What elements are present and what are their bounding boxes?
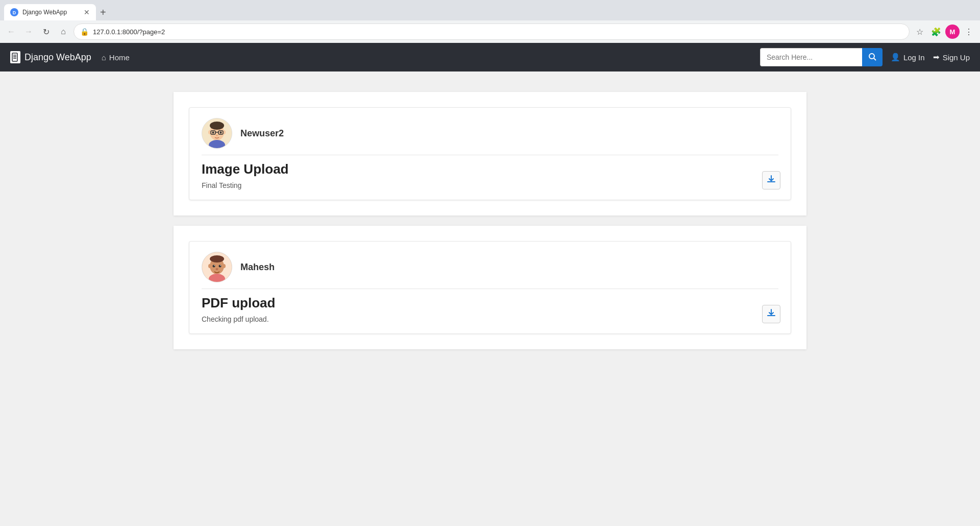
brand-link[interactable]: Django WebApp <box>10 51 91 63</box>
active-tab: D Django WebApp ✕ <box>4 4 96 20</box>
download-button-2[interactable] <box>762 305 780 323</box>
svg-point-25 <box>213 265 215 268</box>
svg-line-7 <box>874 58 876 60</box>
home-button[interactable]: ⌂ <box>56 25 70 39</box>
new-tab-button[interactable]: + <box>96 7 110 18</box>
post-card-1: Newuser2 Image Upload Final Testing <box>189 107 791 200</box>
extensions-button[interactable]: 🧩 <box>929 25 943 39</box>
post-section-2: Mahesh PDF upload Checking pdf upload. <box>174 226 806 349</box>
post-divider-2 <box>202 289 778 289</box>
browser-user-avatar[interactable]: M <box>945 25 960 39</box>
post-description-2: Checking pdf upload. <box>202 315 778 323</box>
svg-point-24 <box>223 264 226 268</box>
svg-point-23 <box>208 264 211 268</box>
login-icon: 👤 <box>891 53 900 62</box>
home-link[interactable]: ⌂ Home <box>102 53 130 62</box>
post-divider-1 <box>202 155 778 155</box>
svg-point-17 <box>220 132 222 134</box>
address-bar-container: 🔒 <box>74 23 910 40</box>
menu-button[interactable]: ⋮ <box>962 25 976 39</box>
post-title-2: PDF upload <box>202 295 778 311</box>
post-title-1: Image Upload <box>202 161 778 177</box>
svg-point-22 <box>210 255 224 262</box>
svg-point-29 <box>216 268 218 270</box>
lock-icon: 🔒 <box>80 28 89 36</box>
close-tab-button[interactable]: ✕ <box>84 8 90 16</box>
search-input[interactable] <box>760 48 862 66</box>
login-link[interactable]: 👤 Log In <box>891 53 925 62</box>
svg-point-27 <box>214 265 215 266</box>
tab-favicon: D <box>10 8 18 16</box>
browser-controls: ← → ↻ ⌂ 🔒 ☆ 🧩 M ⋮ <box>0 20 980 43</box>
brand-name: Django WebApp <box>24 52 91 63</box>
back-button[interactable]: ← <box>4 25 18 39</box>
signup-icon: ➡ <box>933 53 940 62</box>
search-icon <box>868 53 876 62</box>
main-content: Newuser2 Image Upload Final Testing <box>0 71 980 526</box>
home-icon: ⌂ <box>102 53 106 62</box>
address-bar[interactable] <box>93 28 903 36</box>
search-button[interactable] <box>862 48 883 66</box>
search-container <box>760 48 883 66</box>
avatar-newuser2 <box>202 118 232 149</box>
post-header-2: Mahesh <box>202 252 778 282</box>
navbar-right: 👤 Log In ➡ Sign Up <box>760 48 970 66</box>
svg-text:D: D <box>13 10 16 15</box>
post-username-1: Newuser2 <box>240 128 284 139</box>
bookmark-button[interactable]: ☆ <box>913 25 927 39</box>
svg-rect-2 <box>12 53 17 61</box>
post-username-2: Mahesh <box>240 262 275 273</box>
page-container: Newuser2 Image Upload Final Testing <box>163 82 817 370</box>
browser-tab-bar: D Django WebApp ✕ + <box>0 0 980 20</box>
download-button-1[interactable] <box>762 171 780 189</box>
brand-icon <box>10 51 20 63</box>
post-section-1: Newuser2 Image Upload Final Testing <box>174 92 806 216</box>
svg-point-16 <box>212 132 214 134</box>
browser-chrome: D Django WebApp ✕ + ← → ↻ ⌂ 🔒 ☆ 🧩 M ⋮ <box>0 0 980 43</box>
svg-point-18 <box>216 135 218 136</box>
avatar-mahesh <box>202 252 232 282</box>
svg-point-28 <box>220 265 221 266</box>
download-icon-2 <box>767 308 776 320</box>
svg-point-10 <box>210 122 224 130</box>
reload-button[interactable]: ↻ <box>39 25 53 39</box>
app-navbar: Django WebApp ⌂ Home 👤 Log In ➡ Sign Up <box>0 43 980 71</box>
signup-link[interactable]: ➡ Sign Up <box>933 53 970 62</box>
post-header-1: Newuser2 <box>202 118 778 149</box>
post-description-1: Final Testing <box>202 181 778 189</box>
svg-point-26 <box>219 265 222 268</box>
svg-point-6 <box>869 54 874 59</box>
forward-button[interactable]: → <box>21 25 36 39</box>
post-card-2: Mahesh PDF upload Checking pdf upload. <box>189 241 791 334</box>
tab-title: Django WebApp <box>22 9 80 16</box>
browser-actions: ☆ 🧩 M ⋮ <box>913 25 976 39</box>
download-icon-1 <box>767 175 776 186</box>
